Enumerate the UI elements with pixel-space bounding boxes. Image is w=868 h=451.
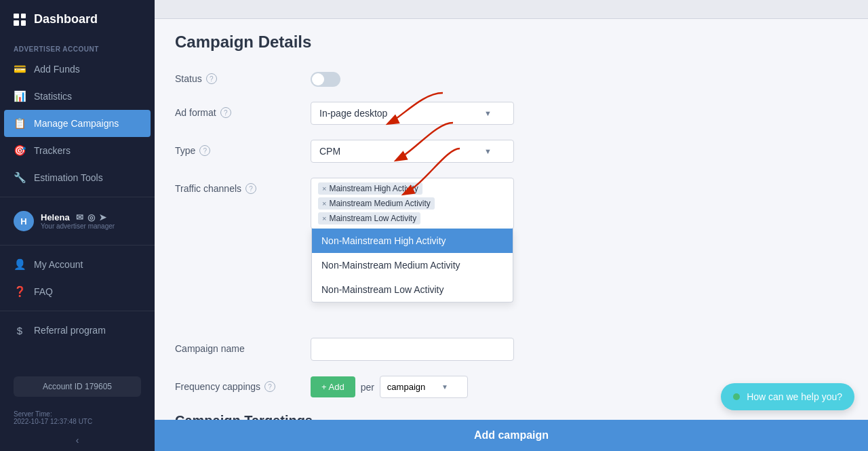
referral-icon: $ bbox=[14, 324, 26, 336]
campaign-name-label: Campaign name bbox=[175, 338, 311, 354]
account-id: Account ID 179605 bbox=[14, 376, 141, 397]
selected-tags-container: × Mainstream High Activity × Mainstream … bbox=[311, 178, 513, 229]
ad-format-select[interactable]: In-page desktop ▼ bbox=[311, 102, 514, 125]
status-control bbox=[311, 68, 541, 87]
sidebar-item-label: Referral program bbox=[34, 325, 106, 336]
sidebar-item-label: Trackers bbox=[34, 145, 71, 156]
ad-format-help-icon[interactable]: ? bbox=[220, 107, 231, 118]
sidebar-divider-1 bbox=[0, 197, 155, 197]
telegram-icon[interactable]: ➤ bbox=[99, 212, 106, 222]
add-funds-icon: 💳 bbox=[14, 63, 26, 75]
sidebar-collapse[interactable]: ‹ bbox=[0, 431, 155, 451]
sidebar-divider-3 bbox=[0, 311, 155, 311]
dropdown-item-non-mainstream-low[interactable]: Non-Mainstream Low Activity bbox=[312, 277, 513, 302]
dashboard-nav-item[interactable]: Dashboard bbox=[0, 0, 155, 39]
tag-x[interactable]: × bbox=[322, 214, 326, 222]
page-title: Campaign Details bbox=[175, 33, 812, 52]
sidebar-item-label: Estimation Tools bbox=[34, 172, 103, 183]
faq-icon: ❓ bbox=[14, 286, 26, 298]
chat-widget[interactable]: How can we help you? bbox=[721, 383, 854, 410]
chat-label: How can we help you? bbox=[747, 391, 842, 402]
trackers-icon: 🎯 bbox=[14, 144, 26, 157]
ad-format-control: In-page desktop ▼ bbox=[311, 102, 541, 125]
dropdown-item-non-mainstream-high[interactable]: Non-Mainstream High Activity bbox=[312, 229, 513, 253]
sidebar-bottom: Account ID 179605 bbox=[0, 368, 155, 405]
campaign-name-input[interactable] bbox=[311, 338, 514, 361]
status-help-icon[interactable]: ? bbox=[206, 73, 217, 84]
my-account-icon: 👤 bbox=[14, 258, 26, 271]
sidebar-item-trackers[interactable]: 🎯 Trackers bbox=[0, 137, 155, 164]
traffic-channels-help-icon[interactable]: ? bbox=[245, 183, 256, 194]
server-time: Server Time: 2022-10-17 12:37:48 UTC bbox=[0, 405, 155, 431]
traffic-channels-label: Traffic channels ? bbox=[175, 178, 311, 194]
status-label: Status ? bbox=[175, 68, 311, 84]
avatar: H bbox=[14, 211, 34, 231]
ad-format-chevron: ▼ bbox=[484, 109, 492, 117]
estimation-tools-icon: 🔧 bbox=[14, 172, 26, 184]
status-row: Status ? bbox=[175, 68, 812, 87]
top-bar bbox=[155, 0, 868, 19]
user-name: Helena ✉ ◎ ➤ bbox=[41, 212, 141, 222]
user-info: Helena ✉ ◎ ➤ Your advertiser manager bbox=[41, 212, 141, 230]
frequency-wrap: + Add per campaign ▼ bbox=[311, 376, 541, 398]
traffic-channels-control: × Mainstream High Activity × Mainstream … bbox=[311, 178, 568, 229]
sidebar-user: H Helena ✉ ◎ ➤ Your advertiser manager bbox=[0, 203, 155, 239]
tag-x[interactable]: × bbox=[322, 184, 326, 193]
dropdown-item-non-mainstream-medium[interactable]: Non-Mainstream Medium Activity bbox=[312, 253, 513, 277]
sidebar-item-label: Statistics bbox=[34, 91, 72, 102]
collapse-icon[interactable]: ‹ bbox=[76, 435, 79, 446]
statistics-icon: 📊 bbox=[14, 90, 26, 102]
traffic-channels-multiselect[interactable]: × Mainstream High Activity × Mainstream … bbox=[311, 178, 514, 229]
advertiser-section-label: ADVERTISER ACCOUNT bbox=[0, 39, 155, 56]
user-role: Your advertiser manager bbox=[41, 222, 141, 230]
frequency-help-icon[interactable]: ? bbox=[264, 381, 275, 392]
frequency-cappings-row: Frequency cappings ? + Add per campaign … bbox=[175, 376, 812, 398]
tag-x[interactable]: × bbox=[322, 199, 326, 208]
dashboard-icon bbox=[14, 14, 26, 26]
frequency-per-label: per bbox=[361, 382, 374, 393]
sidebar-item-add-funds[interactable]: 💳 Add Funds bbox=[0, 56, 155, 83]
skype-icon[interactable]: ◎ bbox=[87, 212, 95, 222]
campaign-name-control bbox=[311, 338, 541, 361]
type-label: Type ? bbox=[175, 140, 311, 156]
traffic-channels-row: Traffic channels ? × Mainstream High Act… bbox=[175, 178, 812, 229]
sidebar-item-label: My Account bbox=[34, 259, 83, 270]
sidebar-item-estimation-tools[interactable]: 🔧 Estimation Tools bbox=[0, 164, 155, 191]
ad-format-label: Ad format ? bbox=[175, 102, 311, 118]
frequency-chevron: ▼ bbox=[441, 383, 448, 391]
ad-format-row: Ad format ? In-page desktop ▼ bbox=[175, 102, 812, 125]
sidebar: Dashboard ADVERTISER ACCOUNT 💳 Add Funds… bbox=[0, 0, 155, 451]
type-select[interactable]: CPM ▼ bbox=[311, 140, 514, 163]
chat-online-dot bbox=[733, 393, 740, 400]
tag-mainstream-low: × Mainstream Low Activity bbox=[318, 212, 420, 224]
type-help-icon[interactable]: ? bbox=[199, 145, 210, 156]
campaign-name-row: Campaign name bbox=[175, 338, 812, 361]
sidebar-item-statistics[interactable]: 📊 Statistics bbox=[0, 83, 155, 110]
frequency-per-select[interactable]: campaign ▼ bbox=[380, 376, 468, 398]
frequency-cappings-label: Frequency cappings ? bbox=[175, 376, 311, 392]
sidebar-divider-2 bbox=[0, 245, 155, 246]
sidebar-item-label: Manage Campaigns bbox=[34, 118, 119, 129]
type-chevron: ▼ bbox=[484, 147, 492, 155]
sidebar-item-my-account[interactable]: 👤 My Account bbox=[0, 251, 155, 278]
traffic-channels-dropdown: Non-Mainstream High Activity Non-Mainstr… bbox=[311, 229, 513, 302]
dashboard-label: Dashboard bbox=[34, 12, 98, 26]
status-toggle[interactable] bbox=[311, 72, 340, 87]
add-campaign-button[interactable]: Add campaign bbox=[155, 420, 868, 451]
manage-campaigns-icon: 📋 bbox=[14, 117, 26, 130]
tag-mainstream-high: × Mainstream High Activity bbox=[318, 182, 422, 195]
email-icon[interactable]: ✉ bbox=[76, 212, 83, 222]
frequency-cappings-control: + Add per campaign ▼ bbox=[311, 376, 541, 398]
tag-mainstream-medium: × Mainstream Medium Activity bbox=[318, 197, 435, 210]
type-control: CPM ▼ bbox=[311, 140, 541, 163]
sidebar-item-manage-campaigns[interactable]: 📋 Manage Campaigns bbox=[4, 110, 151, 137]
sidebar-item-faq[interactable]: ❓ FAQ bbox=[0, 278, 155, 305]
sidebar-item-label: Add Funds bbox=[34, 64, 80, 75]
frequency-add-button[interactable]: + Add bbox=[311, 376, 355, 397]
sidebar-item-referral[interactable]: $ Referral program bbox=[0, 317, 155, 344]
type-row: Type ? CPM ▼ bbox=[175, 140, 812, 163]
sidebar-item-label: FAQ bbox=[34, 286, 53, 297]
